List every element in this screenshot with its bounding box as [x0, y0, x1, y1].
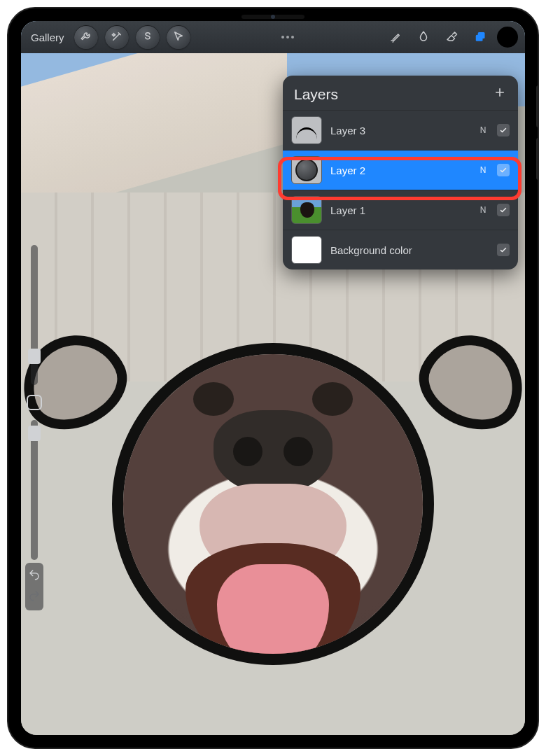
dog-nostril: [284, 437, 313, 466]
smudge-button[interactable]: [413, 27, 434, 48]
dog-nostril: [233, 437, 262, 466]
dog-eye: [312, 382, 353, 416]
check-icon: [499, 244, 507, 256]
color-swatch-button[interactable]: [497, 27, 518, 48]
selection-s-icon: [141, 30, 154, 45]
dog-eye: [193, 382, 234, 416]
layer-row-layer-2[interactable]: Layer 2 N: [283, 150, 518, 190]
selection-button[interactable]: [136, 25, 160, 49]
dog-face: [123, 354, 423, 654]
add-layer-button[interactable]: [493, 85, 507, 103]
layers-panel-title: Layers: [294, 86, 338, 103]
layers-panel: Layers Layer 3 N Layer 2 N: [283, 76, 518, 270]
layers-button[interactable]: [469, 27, 490, 48]
layer-thumbnail: [291, 236, 322, 264]
layer-thumbnail: [291, 116, 322, 144]
smudge-icon: [417, 30, 430, 45]
wand-icon: [111, 30, 123, 45]
ipad-volume-down: [536, 138, 539, 180]
layer-name-label: Layer 1: [330, 204, 469, 216]
modify-menu-icon[interactable]: [281, 36, 294, 38]
brush-icon: [389, 30, 402, 45]
layer-row-background[interactable]: Background color: [283, 230, 518, 270]
modify-square-button[interactable]: [27, 395, 42, 410]
layer-blend-mode[interactable]: N: [477, 125, 489, 135]
actions-button[interactable]: [74, 25, 98, 49]
dog-nose: [214, 410, 332, 494]
undo-icon: [28, 571, 41, 583]
svg-rect-1: [478, 32, 485, 38]
side-sliders: [25, 245, 43, 560]
layer-visibility-checkbox[interactable]: [497, 204, 510, 216]
brush-button[interactable]: [385, 27, 406, 48]
top-toolbar: Gallery: [21, 21, 525, 53]
ipad-camera: [241, 15, 304, 19]
redo-button[interactable]: [28, 589, 41, 605]
gallery-button[interactable]: Gallery: [28, 31, 67, 43]
plus-icon: [493, 86, 507, 102]
brush-size-thumb[interactable]: [28, 349, 41, 364]
layer-name-label: Layer 3: [330, 125, 469, 136]
canvas-dog-sketch: [112, 343, 434, 665]
layer-blend-mode[interactable]: N: [477, 205, 489, 215]
brush-size-slider[interactable]: [31, 245, 38, 385]
cursor-icon: [172, 30, 185, 45]
screen: Gallery: [21, 21, 525, 735]
layer-name-label: Layer 2: [330, 164, 469, 176]
redo-icon: [28, 592, 41, 604]
layer-name-label: Background color: [330, 244, 469, 256]
brush-opacity-thumb[interactable]: [28, 426, 41, 441]
layer-row-layer-3[interactable]: Layer 3 N: [283, 110, 518, 150]
layers-panel-header: Layers: [283, 76, 518, 110]
check-icon: [499, 164, 507, 176]
brush-opacity-slider[interactable]: [31, 420, 38, 560]
undo-button[interactable]: [28, 568, 41, 584]
layer-thumbnail: [291, 156, 322, 184]
layer-visibility-checkbox[interactable]: [497, 164, 510, 176]
wrench-icon: [80, 30, 92, 45]
ipad-volume-up: [536, 85, 539, 127]
undo-redo-group: [25, 563, 43, 610]
toolbar-spacer: [197, 36, 378, 38]
dog-tongue: [217, 564, 329, 654]
adjustments-button[interactable]: [105, 25, 129, 49]
layer-visibility-checkbox[interactable]: [497, 124, 510, 136]
check-icon: [499, 125, 507, 136]
ipad-device-frame: Gallery: [7, 7, 539, 749]
layer-visibility-checkbox[interactable]: [497, 244, 510, 256]
check-icon: [499, 204, 507, 216]
eraser-icon: [445, 30, 458, 45]
layer-blend-mode[interactable]: N: [477, 165, 489, 175]
eraser-button[interactable]: [441, 27, 462, 48]
layers-icon: [473, 30, 486, 45]
transform-button[interactable]: [167, 25, 190, 49]
layer-thumbnail: [291, 196, 322, 224]
layer-row-layer-1[interactable]: Layer 1 N: [283, 190, 518, 230]
dog-head-outline: [112, 343, 434, 665]
